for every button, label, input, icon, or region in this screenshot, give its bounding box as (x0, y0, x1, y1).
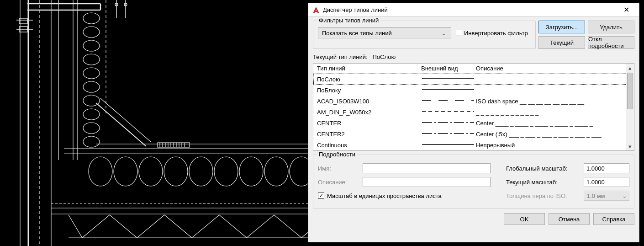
current-linetype-label: Текущий тип линий: (313, 53, 368, 60)
checkbox-box-icon: ✓ (318, 193, 324, 199)
header-appearance[interactable]: Внешний вид (417, 64, 472, 73)
svg-line-43 (100, 98, 151, 142)
check-icon: ✓ (319, 192, 324, 199)
row-appearance (417, 129, 472, 139)
svg-point-30 (214, 157, 238, 186)
svg-point-23 (83, 123, 100, 134)
name-label: Имя: (318, 165, 363, 172)
filters-group: Фильтры типов линий Показать все типы ли… (313, 21, 536, 49)
svg-point-28 (164, 157, 188, 186)
row-description: Center (.5x) ___ _ ___ _ ___ _ ___ _ ___… (472, 130, 634, 139)
row-description (472, 89, 634, 91)
row-description: _ _ _ _ _ _ _ _ _ _ _ _ _ (472, 108, 634, 117)
svg-point-19 (83, 68, 100, 79)
current-scale-label: Текущий масштаб: (506, 179, 584, 186)
row-description: ISO dash space __ __ __ __ __ __ __ __ (472, 97, 634, 106)
filter-combo-value: Показать все типы линий (322, 30, 392, 37)
row-appearance (417, 86, 472, 95)
delete-button[interactable]: Удалить (588, 21, 634, 33)
description-field (363, 177, 491, 187)
toggle-details-button[interactable]: Откл подробности (588, 36, 634, 49)
header-name[interactable]: Тип линий (313, 64, 417, 73)
details-legend: Подробности (317, 151, 357, 158)
svg-point-27 (139, 157, 163, 186)
row-name: AM_DIN_F_W050x2 (313, 108, 417, 117)
linetype-row[interactable]: ПоБлоку (313, 85, 634, 96)
paperspace-scale-checkbox[interactable]: ✓ Масштаб в единицах пространства листа (318, 193, 442, 199)
filters-legend: Фильтры типов линий (317, 17, 380, 24)
svg-point-18 (83, 54, 100, 65)
iso-pen-value: 1.0 мм (587, 193, 605, 199)
svg-point-15 (83, 13, 100, 24)
linetype-list: Тип линий Внешний вид Описание ПоСлоюПоБ… (313, 63, 634, 151)
scroll-up-icon[interactable]: ▴ (626, 64, 634, 72)
svg-point-24 (83, 136, 100, 147)
svg-point-16 (83, 27, 100, 37)
chevron-down-icon: ⌄ (438, 30, 449, 37)
linetype-row[interactable]: ПоСлою (313, 74, 634, 85)
current-linetype-text: Текущий тип линий: ПоСлою (313, 53, 634, 60)
svg-point-17 (83, 40, 100, 51)
autocad-app-icon (312, 6, 320, 14)
row-name: ПоСлою (313, 75, 417, 84)
row-appearance (417, 107, 472, 117)
details-group: Подробности Имя: Глобальный масштаб: Опи… (313, 155, 634, 209)
name-field (363, 163, 491, 173)
load-button-label: Загрузить... (546, 24, 578, 31)
svg-point-32 (264, 157, 288, 186)
svg-point-20 (83, 81, 100, 92)
linetype-filter-combo[interactable]: Показать все типы линий ⌄ (318, 27, 451, 38)
close-button[interactable]: ✕ (617, 5, 635, 14)
row-description: Center ____ _ ____ _ ____ _ ____ _ ____ … (472, 119, 634, 128)
scroll-thumb[interactable] (627, 73, 633, 109)
svg-point-25 (89, 157, 112, 186)
set-current-button-label: Текущий (550, 39, 574, 46)
description-label: Описание: (318, 179, 363, 186)
cancel-button[interactable]: Отмена (549, 213, 590, 225)
current-scale-field[interactable] (584, 177, 629, 187)
linetype-manager-dialog: Диспетчер типов линий ✕ Фильтры типов ли… (308, 3, 639, 242)
svg-point-26 (114, 157, 137, 186)
row-name: CENTER2 (313, 130, 417, 139)
row-description (472, 78, 634, 80)
linetype-row[interactable]: ACAD_ISO03W100ISO dash space __ __ __ __… (313, 96, 634, 107)
svg-line-42 (96, 103, 146, 146)
global-scale-field[interactable] (584, 163, 629, 173)
list-scrollbar[interactable]: ▴ ▾ (626, 64, 634, 150)
header-description[interactable]: Описание (472, 64, 634, 73)
row-description: Непрерывный (472, 141, 634, 150)
invert-filter-label: Инвертировать фильтр (464, 30, 528, 37)
scroll-down-icon[interactable]: ▾ (626, 142, 634, 150)
svg-point-31 (239, 157, 263, 186)
row-name: Continuous (313, 141, 417, 150)
row-name: CENTER (313, 119, 417, 128)
checkbox-box-icon (456, 30, 462, 36)
set-current-button[interactable]: Текущий (538, 36, 585, 49)
chevron-down-icon: ⌄ (622, 193, 627, 199)
help-button[interactable]: Справка (593, 213, 634, 225)
row-appearance (417, 96, 472, 106)
current-linetype-value: ПоСлою (372, 53, 396, 60)
linetype-row[interactable]: CENTER2Center (.5x) ___ _ ___ _ ___ _ __… (313, 128, 634, 139)
list-header: Тип линий Внешний вид Описание (313, 64, 634, 74)
row-appearance (417, 75, 472, 84)
svg-rect-34 (19, 18, 27, 24)
row-appearance (417, 118, 472, 128)
svg-point-22 (83, 109, 100, 120)
dialog-title: Диспетчер типов линий (323, 6, 617, 13)
cancel-button-label: Отмена (559, 216, 580, 223)
row-name: ПоБлоку (313, 86, 417, 95)
linetype-row[interactable]: AM_DIN_F_W050x2_ _ _ _ _ _ _ _ _ _ _ _ _ (313, 107, 634, 118)
load-button[interactable]: Загрузить... (538, 21, 585, 33)
paperspace-scale-label: Масштаб в единицах пространства листа (327, 193, 442, 199)
linetype-row[interactable]: CENTERCenter ____ _ ____ _ ____ _ ____ _… (313, 118, 634, 128)
invert-filter-checkbox[interactable]: Инвертировать фильтр (456, 30, 528, 37)
delete-button-label: Удалить (600, 24, 623, 31)
global-scale-label: Глобальный масштаб: (506, 165, 584, 172)
ok-button[interactable]: OK (504, 213, 545, 225)
iso-pen-combo: 1.0 мм ⌄ (584, 191, 629, 201)
help-button-label: Справка (602, 216, 626, 223)
row-appearance (417, 140, 472, 150)
linetype-row[interactable]: ContinuousНепрерывный (313, 139, 634, 150)
iso-pen-label: Толщина пера по ISO: (506, 193, 584, 199)
